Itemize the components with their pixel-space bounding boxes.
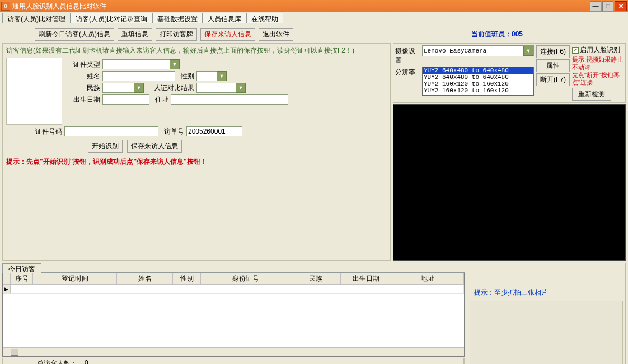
idtype-select[interactable]: ▼ [102,59,180,69]
photo-slot [6,58,62,125]
chevron-down-icon[interactable]: ▼ [523,46,533,56]
tab-record-query[interactable]: 访客(人员)比对记录查询 [71,13,152,23]
video-preview [393,104,626,261]
start-recognize-button[interactable]: 开始识别 [88,140,123,153]
col-seq[interactable]: 序号 [11,273,33,284]
camera-device-label: 摄像设置 [395,45,421,65]
addr-input[interactable] [171,94,288,105]
exit-button[interactable]: 退出软件 [259,28,293,41]
maximize-button[interactable]: □ [602,1,613,11]
nation-select[interactable]: ▼ [102,83,144,93]
camera-panel: 摄像设置 ▼ 分辨率 YUY2 640x480 to 640x480 YUY2 … [393,43,626,261]
staff-no: 005 [512,30,523,38]
res-option[interactable]: YUY2 160x120 to 160x120 [423,81,533,87]
res-option[interactable]: YUY2 640x480 to 640x480 [423,74,533,81]
camera-device-input[interactable] [423,46,523,56]
gender-label: 性别 [179,72,194,81]
staff-label-text: 当前值班员： [471,30,512,38]
idno-label: 证件号码 [34,127,62,136]
redetect-button[interactable]: 重新检测 [572,88,611,101]
minimize-button[interactable]: — [590,1,601,11]
close-button[interactable]: ✕ [615,1,627,11]
tab-person-db[interactable]: 人员信息库 [203,13,246,23]
camera-hint-1: 提示:视频如果静止不动请 [572,56,624,72]
chevron-down-icon[interactable]: ▼ [236,83,246,93]
idno-input[interactable] [64,126,158,136]
enable-face-label: 启用人脸识别 [580,45,620,55]
birth-label: 出生日期 [73,95,100,105]
res-option[interactable]: YUY2 640x480 to 640x480 [423,67,533,74]
name-label: 姓名 [73,72,100,81]
visitor-grid-panel: 今日访客 序号 登记时间 姓名 性别 身份证号 民族 出生日期 地址 ▶ [2,263,465,364]
col-idno[interactable]: 身份证号 [201,273,290,284]
total-label: 总访客人数： [3,358,81,364]
res-option[interactable]: YUY2 160x120 to 160x120 [423,87,533,94]
grid-header: 序号 登记时间 姓名 性别 身份证号 民族 出生日期 地址 [3,273,464,285]
chevron-down-icon[interactable]: ▼ [217,71,227,81]
chevron-down-icon[interactable]: ▼ [170,59,180,69]
disconnect-button[interactable]: 断开(F7) [536,73,570,86]
compare-input[interactable] [196,83,236,93]
capture-hint: 提示：至少抓拍三张相片 [474,288,623,297]
grid-row[interactable]: ▶ [3,285,464,294]
compare-label: 人证对比结果 [149,83,194,93]
camera-res-label: 分辨率 [395,67,421,77]
tab-help[interactable]: 在线帮助 [246,13,283,23]
tab-today-visitors[interactable]: 今日访客 [2,263,41,273]
enable-face-checkbox[interactable]: ✓ 启用人脸识别 [572,45,624,55]
capture-thumb-area [470,301,623,364]
col-addr[interactable]: 地址 [391,273,464,284]
nation-label: 民族 [73,83,100,93]
visitor-group-label: 访客信息(如果没有二代证刷卡机请直接输入来访客人信息，输好后直接点上面的保存按钮… [6,46,387,55]
capture-panel: 提示：至少抓拍三张相片 [467,263,626,364]
compare-select[interactable]: ▼ [196,83,246,93]
visitno-input[interactable] [186,126,242,136]
visitor-grid[interactable]: 序号 登记时间 姓名 性别 身份证号 民族 出生日期 地址 ▶ [2,273,465,357]
reset-button[interactable]: 重填信息 [118,28,152,41]
connect-button[interactable]: 连接(F6) [536,45,570,58]
col-birth[interactable]: 出生日期 [341,273,391,284]
print-button[interactable]: 打印访客牌 [156,28,197,41]
col-gender[interactable]: 性别 [173,273,201,284]
properties-button[interactable]: 属性 [536,59,570,72]
save-visitor-info-button[interactable]: 保存来访人信息 [127,140,182,153]
tab-visitor-compare[interactable]: 访客(人员)比对管理 [2,13,71,23]
visitor-info-group: 访客信息(如果没有二代证刷卡机请直接输入来访客人信息，输好后直接点上面的保存按钮… [2,43,391,261]
visitor-hint: 提示：先点"开始识别"按钮，识别成功后点"保存来访人信息"按钮！ [6,157,387,167]
visitno-label: 访单号 [162,127,184,136]
grid-row-marker [3,273,11,284]
window-title: 通用人脸识别人员信息比对软件 [12,2,590,11]
main-tabstrip: 访客(人员)比对管理 访客(人员)比对记录查询 基础数据设置 人员信息库 在线帮… [0,12,628,23]
col-regtime[interactable]: 登记时间 [33,273,117,284]
camera-device-select[interactable]: ▼ [422,45,534,56]
idtype-input[interactable] [102,59,170,69]
addr-label: 住址 [153,95,168,105]
titlebar: 8 通用人脸识别人员信息比对软件 — □ ✕ [0,0,628,12]
resolution-list[interactable]: YUY2 640x480 to 640x480 YUY2 640x480 to … [422,67,534,96]
save-visitor-button[interactable]: 保存来访人信息 [200,28,255,41]
birth-input[interactable] [102,94,149,105]
chevron-down-icon[interactable]: ▼ [134,83,144,93]
col-name[interactable]: 姓名 [117,273,173,284]
gender-input[interactable] [196,71,217,81]
tab-base-data[interactable]: 基础数据设置 [152,13,203,23]
checkbox-icon: ✓ [572,47,579,54]
row-pointer-icon: ▶ [3,285,11,293]
name-input[interactable] [102,71,175,81]
camera-hint-2: 先点"断开"按钮再点"连接 [572,72,624,87]
staff-label: 当前值班员：005 [471,30,523,39]
grid-hscrollbar[interactable] [3,347,464,356]
app-icon: 8 [1,2,10,11]
idtype-label: 证件类型 [73,60,100,69]
scrollbar-thumb[interactable] [11,349,18,356]
nation-input[interactable] [102,83,134,93]
toolbar: 刷新今日访客(人员)信息 重填信息 打印访客牌 保存来访人信息 退出软件 当前值… [0,23,628,43]
grid-statusbar: 总访客人数： 0 [2,358,465,364]
gender-select[interactable]: ▼ [196,71,227,81]
total-value: 0 [81,358,464,364]
refresh-button[interactable]: 刷新今日访客(人员)信息 [35,28,114,41]
camera-hint: 提示:视频如果静止不动请 先点"断开"按钮再点"连接 [572,56,624,87]
col-nation[interactable]: 民族 [290,273,341,284]
